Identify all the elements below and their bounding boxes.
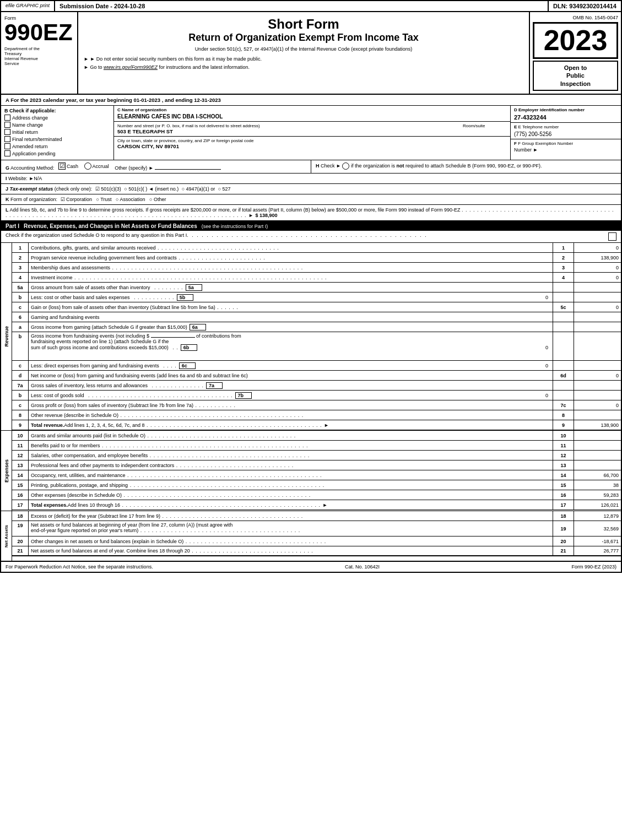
form-title1: Short Form bbox=[84, 17, 523, 32]
phone-label: E E Telephone number bbox=[514, 124, 618, 129]
checkbox-final-return[interactable]: Final return/terminated bbox=[4, 136, 110, 142]
checkbox-address-change-box[interactable] bbox=[4, 115, 10, 121]
row-6b-desc: Gross income from fundraising events (no… bbox=[29, 332, 553, 360]
row-7b-value bbox=[574, 391, 621, 400]
ein-label: D Employer identification number bbox=[514, 107, 618, 112]
row-5b-desc: Less: cost or other basis and sales expe… bbox=[29, 292, 553, 302]
revenue-rows: 1 Contributions, gifts, grants, and simi… bbox=[12, 243, 621, 430]
section-b: B Check if applicable: Address change Na… bbox=[1, 106, 114, 160]
row-5a-num: 5a bbox=[12, 283, 29, 292]
section-h: H Check ► if the organization is not req… bbox=[311, 160, 621, 173]
row-4-num: 4 bbox=[12, 273, 29, 282]
row-6a: a Gross income from gaming (attach Sched… bbox=[12, 322, 621, 332]
part-i-header: Part I Revenue, Expenses, and Changes in… bbox=[1, 221, 621, 231]
c-address-label: Number and street (or P. O. box, if mail… bbox=[117, 123, 457, 128]
expense-rows: 10 Grants and similar amounts paid (list… bbox=[12, 431, 621, 511]
row-2-value: 138,900 bbox=[574, 253, 621, 262]
ein-label-text: Employer identification number bbox=[518, 107, 585, 112]
form-ref: Form 990-EZ (2023) bbox=[571, 564, 616, 570]
group-arrow: ► bbox=[533, 147, 538, 153]
instruction2: ► Go to www.irs.gov/Form990EZ for instru… bbox=[84, 64, 523, 70]
c-city-block: City or town, state or province, country… bbox=[114, 137, 510, 151]
checkbox-amended-return-box[interactable] bbox=[4, 143, 10, 149]
amended-return-label: Amended return bbox=[12, 144, 48, 149]
checkbox-initial-return-box[interactable] bbox=[4, 129, 10, 135]
row-6a-num: a bbox=[12, 322, 29, 332]
dept-line2: Treasury bbox=[4, 51, 74, 56]
row-8-linenum: 8 bbox=[553, 410, 574, 420]
other-underline bbox=[155, 169, 221, 170]
checkbox-application-pending-box[interactable] bbox=[4, 150, 10, 156]
submission-date: Submission Date - 2024-10-28 bbox=[55, 1, 549, 11]
cash-checkbox[interactable]: ☑ bbox=[58, 162, 66, 170]
row-3-value: 0 bbox=[574, 263, 621, 272]
part-i-title: Revenue, Expenses, and Changes in Net As… bbox=[24, 223, 197, 229]
row-9: 9 Total revenue. Add lines 1, 2, 3, 4, 5… bbox=[12, 420, 621, 430]
open-to-public: Open toPublicInspection bbox=[533, 61, 618, 91]
row-5b: b Less: cost or other basis and sales ex… bbox=[12, 292, 621, 302]
form-number-block: Form 990EZ Department of the Treasury In… bbox=[1, 12, 78, 94]
revenue-label-text: Revenue bbox=[4, 326, 9, 347]
row-7c-value: 0 bbox=[574, 400, 621, 410]
h-checkbox[interactable] bbox=[342, 162, 349, 170]
checkbox-name-change-box[interactable] bbox=[4, 122, 10, 128]
other-label: Other (specify) ► bbox=[115, 165, 153, 171]
row-6d-linenum: 6d bbox=[553, 371, 574, 380]
net-assets-side-label: Net Assets bbox=[1, 511, 12, 561]
section-k: K Form of organization: ☑ Corporation ○ … bbox=[1, 194, 621, 205]
section-a: A For the 2023 calendar year, or tax yea… bbox=[1, 95, 621, 106]
row-1-value: 0 bbox=[574, 243, 621, 252]
row-8: 8 Other revenue (describe in Schedule O)… bbox=[12, 410, 621, 420]
row-6a-desc: Gross income from gaming (attach Schedul… bbox=[29, 322, 553, 332]
checkbox-final-return-box[interactable] bbox=[4, 136, 10, 142]
row-5c-desc: Gain or (loss) from sale of assets other… bbox=[29, 302, 553, 312]
row-6a-value bbox=[574, 322, 621, 332]
footer: For Paperwork Reduction Act Notice, see … bbox=[1, 561, 621, 572]
checkbox-initial-return[interactable]: Initial return bbox=[4, 129, 110, 135]
row-6-value bbox=[574, 312, 621, 322]
row-5c-linenum: 5c bbox=[553, 302, 574, 312]
row-6: 6 Gaming and fundraising events bbox=[12, 312, 621, 322]
checkbox-name-change[interactable]: Name change bbox=[4, 122, 110, 128]
row-4: 4 Investment income . . . . . . . . . . … bbox=[12, 273, 621, 283]
c-city-label: City or town, state or province, country… bbox=[117, 138, 507, 143]
checkbox-amended-return[interactable]: Amended return bbox=[4, 143, 110, 149]
section-a-text: For the 2023 calendar year, or tax year … bbox=[10, 97, 221, 103]
row-6b-num: b bbox=[12, 332, 29, 360]
row-17: 17 Total expenses. Add lines 10 through … bbox=[12, 500, 621, 510]
dln: DLN: 93492302014414 bbox=[549, 1, 621, 11]
room-label: Room/suite bbox=[463, 123, 507, 128]
section-d: D Employer identification number 27-4323… bbox=[511, 106, 621, 160]
ein-block: D Employer identification number 27-4323… bbox=[511, 106, 621, 123]
row-7c-linenum: 7c bbox=[553, 400, 574, 410]
c-street-block: Number and street (or P. O. box, if mail… bbox=[117, 123, 457, 134]
submission-text: Submission Date - 2024-10-28 bbox=[60, 3, 145, 9]
phone-value: (775) 200-5256 bbox=[514, 131, 618, 137]
group-label-text: F Group Exemption Number bbox=[518, 141, 573, 146]
form-title2: Return of Organization Exempt From Incom… bbox=[84, 32, 523, 44]
net-assets-label-text: Net Assets bbox=[4, 525, 9, 548]
group-label: F F Group Exemption Number bbox=[514, 141, 618, 146]
row-5b-num: b bbox=[12, 292, 29, 302]
paperwork-text: For Paperwork Reduction Act Notice, see … bbox=[6, 564, 153, 570]
instruction1-text: ► Do not enter social security numbers o… bbox=[90, 56, 262, 62]
checkbox-address-change[interactable]: Address change bbox=[4, 115, 110, 121]
row-7a-value bbox=[574, 381, 621, 390]
row-4-value: 0 bbox=[574, 273, 621, 282]
org-city: CARSON CITY, NV 89701 bbox=[117, 143, 507, 149]
checkbox-application-pending[interactable]: Application pending bbox=[4, 150, 110, 156]
row-6c-value bbox=[574, 361, 621, 370]
cash-label: Cash bbox=[67, 164, 78, 169]
schedule-o-checkbox[interactable] bbox=[608, 232, 616, 241]
net-asset-rows: 18 Excess or (deficit) for the year (Sub… bbox=[12, 511, 621, 561]
row-6c-desc: Less: direct expenses from gaming and fu… bbox=[29, 361, 553, 370]
row-6b-linenum bbox=[553, 332, 574, 360]
row-5a-value bbox=[574, 283, 621, 292]
row-4-desc: Investment income . . . . . . . . . . . … bbox=[29, 273, 553, 282]
row-9-linenum: 9 bbox=[553, 420, 574, 430]
dln-text: DLN: 93492302014414 bbox=[553, 3, 616, 9]
row-5c-value: 0 bbox=[574, 302, 621, 312]
efile-label: efile GRAPHIC print bbox=[1, 1, 55, 11]
net-assets-section: Net Assets 18 Excess or (deficit) for th… bbox=[1, 511, 621, 561]
accrual-checkbox[interactable] bbox=[84, 162, 91, 170]
